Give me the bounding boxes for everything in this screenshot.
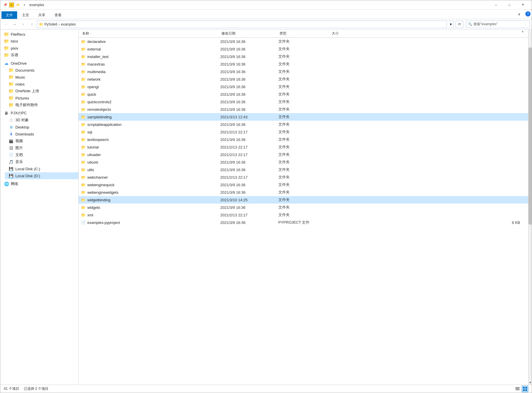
breadcrumb-examples[interactable]: examples [61, 22, 76, 26]
file-row-network[interactable]: 📁 network 2021/3/9 16:36 文件夹 [79, 75, 528, 83]
title-bar: 📌 ✓ 📁 ▾ examples ─ □ ✕ [0, 0, 532, 10]
title-bar-icons: 📌 ✓ 📁 ▾ [3, 2, 27, 8]
file-row-sql[interactable]: 📁 sql 2021/2/13 22:17 文件夹 [79, 128, 528, 136]
right-scrollbar[interactable]: ▼ [528, 30, 532, 385]
view-detail-button[interactable] [522, 386, 528, 392]
file-name-texttospeech: 📁 texttospeech [81, 137, 220, 142]
folder-icon-email: 📁 [8, 102, 14, 108]
nav-item-images[interactable]: 🖼 图片 [5, 144, 78, 151]
file-row-quick[interactable]: 📁 quick 2021/3/9 16:36 文件夹 [79, 90, 528, 98]
col-size-header[interactable]: 大小 [331, 31, 526, 36]
back-button[interactable]: ← [2, 21, 10, 28]
col-name-header[interactable]: 名称 ↑ [81, 31, 220, 36]
col-date-header[interactable]: 修改日期 [220, 31, 278, 36]
help-button[interactable]: ? [525, 11, 531, 17]
nav-item-onenote[interactable]: 📁 OneNote 上传 [5, 88, 78, 95]
file-row-multimedia[interactable]: 📁 multimedia 2021/3/9 16:36 文件夹 [79, 68, 528, 75]
nav-item-pictures[interactable]: 📁 Pictures [5, 95, 78, 102]
file-list[interactable]: 📁 declarative 2021/3/9 16:36 文件夹 📁 exter… [79, 38, 528, 385]
qat-btn-1[interactable]: ✓ [9, 2, 14, 8]
nav-item-network[interactable]: 🌐 网络 [0, 180, 78, 187]
file-row-external[interactable]: 📁 external 2021/3/9 16:36 文件夹 [79, 45, 528, 53]
nav-panel-inner: 📁 FileRecv 📁 html 📁 pixiv 📁 乐谱 [0, 30, 78, 189]
file-date: 2021/3/13 12:43 [220, 115, 278, 119]
folder-icon-row: 📁 [81, 175, 86, 180]
nav-item-disk-c[interactable]: 💾 Local Disk (C:) [5, 165, 78, 172]
file-date: 2021/3/9 16:36 [220, 77, 278, 82]
maximize-button[interactable]: □ [503, 0, 516, 10]
nav-item-desktop[interactable]: 🖥 Desktop [5, 124, 78, 131]
file-row-examples-pyproject[interactable]: 📄 examples.pyproject 2021/3/9 16:36 PYPR… [79, 219, 528, 226]
refresh-button[interactable]: ⟳ [456, 21, 463, 28]
file-row-webenginewidgets[interactable]: 📁 webenginewidgets 2021/3/9 16:36 文件夹 [79, 189, 528, 196]
file-row-quickcontrols2[interactable]: 📁 quickcontrols2 2021/3/9 16:36 文件夹 [79, 98, 528, 106]
file-row-webchannel[interactable]: 📁 webchannel 2021/2/13 22:17 文件夹 [79, 173, 528, 181]
tab-home[interactable]: 主页 [18, 11, 33, 19]
file-row-macextras[interactable]: 📁 macextras 2021/3/9 16:36 文件夹 [79, 60, 528, 68]
nav-item-email-attach[interactable]: 📁 电子邮件附件 [5, 102, 78, 108]
ribbon-expand-button[interactable]: ∨ [515, 10, 523, 18]
qat-dropdown[interactable]: ▾ [22, 2, 27, 8]
col-type-header[interactable]: 类型 [278, 31, 331, 36]
nav-item-docs[interactable]: 📄 文档 [5, 151, 78, 158]
file-row-opengl[interactable]: 📁 opengl 2021/3/9 16:36 文件夹 [79, 83, 528, 90]
nav-item-disk-d[interactable]: 💾 Local Disk (D:) [5, 172, 78, 179]
search-box[interactable]: 🔍 搜索"examples" [466, 21, 530, 28]
nav-item-documents[interactable]: 📁 Documents [5, 67, 78, 74]
address-box[interactable]: 📁 PySide6 › examples [37, 21, 447, 28]
nav-item-pc[interactable]: 🖥 PJXのPC [0, 110, 78, 117]
nav-item-notes[interactable]: 📁 notes [5, 81, 78, 88]
nav-item-filerecv[interactable]: 📁 FileRecv [0, 31, 78, 38]
close-button[interactable]: ✕ [516, 0, 529, 10]
scroll-up-arrow[interactable]: ▲ [521, 30, 524, 33]
file-row-texttospeech[interactable]: 📁 texttospeech 2021/3/9 16:36 文件夹 [79, 136, 528, 143]
file-row-remoteobjects[interactable]: 📁 remoteobjects 2021/3/9 16:36 文件夹 [79, 106, 528, 113]
tab-file[interactable]: 文件 [1, 11, 17, 19]
file-date: 2021/3/9 16:36 [220, 183, 278, 187]
address-dropdown-button[interactable]: ▾ [448, 21, 454, 28]
file-row-xml[interactable]: 📁 xml 2021/2/13 22:17 文件夹 [79, 211, 528, 219]
file-row-uiloader[interactable]: 📁 uiloader 2021/2/13 22:17 文件夹 [79, 151, 528, 158]
tab-view[interactable]: 查看 [50, 11, 66, 19]
file-type: 文件夹 [278, 175, 331, 180]
file-row-uitools[interactable]: 📁 uitools 2021/3/9 16:36 文件夹 [79, 158, 528, 166]
window-title: examples [29, 3, 489, 7]
qat-btn-2[interactable]: 📁 [15, 2, 21, 8]
file-label: widgets [87, 205, 100, 210]
forward-dropdown-button[interactable]: ▾ [19, 21, 27, 28]
nav-item-music[interactable]: 📁 Music [5, 74, 78, 81]
nav-item-video[interactable]: 🎬 视频 [5, 137, 78, 144]
tab-share[interactable]: 共享 [34, 11, 50, 19]
up-button[interactable]: ↑ [28, 21, 36, 28]
forward-button[interactable]: → [11, 21, 18, 28]
file-row-utils[interactable]: 📁 utils 2021/3/9 16:36 文件夹 [79, 166, 528, 173]
nav-item-music-local[interactable]: 🎵 音乐 [5, 158, 78, 165]
file-row-scriptableapplication[interactable]: 📁 scriptableapplication 2021/3/9 16:36 文… [79, 121, 528, 128]
file-date: 2021/3/9 16:36 [220, 85, 278, 89]
view-list-button[interactable] [514, 386, 521, 392]
folder-icon-lepu: 📁 [4, 52, 9, 58]
file-row-webenginequick[interactable]: 📁 webenginequick 2021/3/9 16:36 文件夹 [79, 181, 528, 189]
nav-item-onedrive[interactable]: ☁ OneDrive [0, 60, 78, 67]
file-row-widgetbinding[interactable]: 📁 widgetbinding 2021/3/10 14:25 文件夹 [79, 196, 528, 204]
file-row-widgets[interactable]: 📁 widgets 2021/3/9 16:36 文件夹 [79, 204, 528, 211]
nav-item-downloads[interactable]: ⬇ Downloads [5, 131, 78, 137]
file-date: 2021/3/9 16:36 [220, 100, 278, 104]
nav-item-pixiv[interactable]: 📁 pixiv [0, 45, 78, 52]
breadcrumb-pyside6[interactable]: PySide6 [44, 22, 57, 26]
file-row-declarative[interactable]: 📁 declarative 2021/3/9 16:36 文件夹 [79, 38, 528, 45]
nav-item-html[interactable]: 📁 html [0, 38, 78, 45]
scrollbar-thumb[interactable] [529, 47, 532, 225]
scroll-down-arrow[interactable]: ▼ [529, 381, 532, 385]
col-name-label: 名称 [82, 31, 89, 36]
file-type: 文件夹 [278, 77, 331, 82]
file-row-tutorial[interactable]: 📁 tutorial 2021/2/13 22:17 文件夹 [79, 143, 528, 151]
nav-label-pixiv: pixiv [11, 46, 18, 50]
folder-icon-row: 📁 [81, 85, 86, 89]
file-row-samplebinding[interactable]: 📁 samplebinding 2021/3/13 12:43 文件夹 [79, 113, 528, 121]
minimize-button[interactable]: ─ [489, 0, 503, 10]
file-row-installer-test[interactable]: 📁 installer_test 2021/3/9 16:36 文件夹 [79, 53, 528, 60]
nav-item-3d[interactable]: ⬡ 3D 对象 [5, 117, 78, 124]
nav-item-lepu[interactable]: 📁 乐谱 [0, 52, 78, 59]
selected-count: 已选择 2 个项目 [24, 386, 48, 391]
